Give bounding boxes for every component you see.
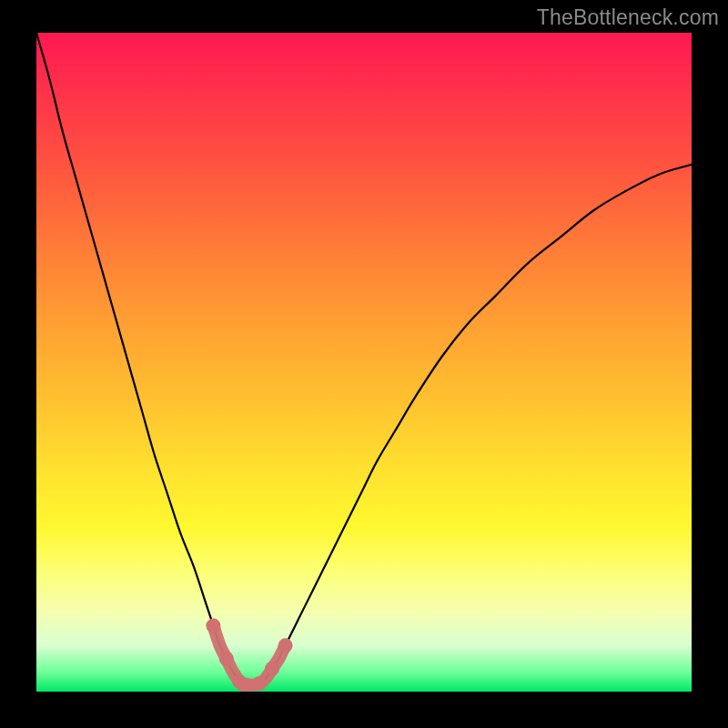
bottleneck-curve: [36, 33, 692, 685]
svg-point-6: [278, 638, 293, 652]
watermark-text: TheBottleneck.com: [537, 5, 719, 30]
svg-point-0: [206, 619, 220, 633]
curve-svg: [36, 33, 692, 692]
svg-point-1: [219, 652, 234, 666]
chart-frame: TheBottleneck.com: [0, 0, 728, 728]
svg-point-5: [265, 662, 279, 676]
svg-point-4: [252, 676, 267, 691]
chart-plot-area: [36, 33, 692, 692]
